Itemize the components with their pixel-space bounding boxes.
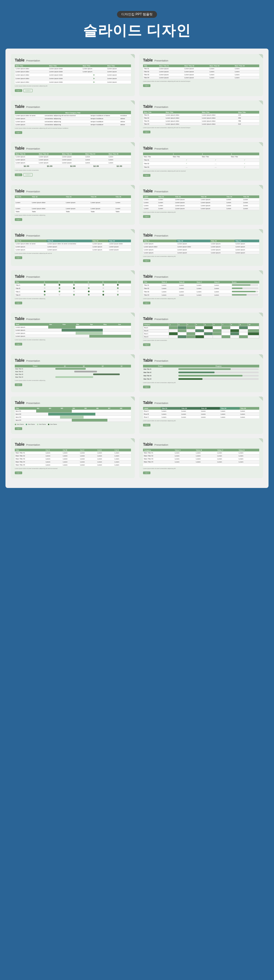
mock-table-7b: Category 123 456 789 10 Row A bbox=[143, 323, 259, 338]
slide-title-1a: Table Presentation bbox=[15, 58, 131, 62]
gantt-header-8a: Project Q1 Q2 Q3 Q4 Main Title #1 bbox=[15, 365, 131, 379]
btn-more-4b[interactable]: 더보기 bbox=[143, 215, 150, 218]
footer-text-5b: Lorem ipsum dolor sit amet consectetur a… bbox=[143, 256, 259, 257]
btn-more-8a[interactable]: 더보기 bbox=[15, 383, 22, 386]
slide-row-9: Table Presentation Title M1M2 M3M4 M5M6 … bbox=[11, 396, 263, 434]
btn-more-3b[interactable]: 더보기 bbox=[143, 174, 150, 177]
btn-more-7a[interactable]: 더보기 bbox=[15, 343, 22, 345]
slide-card-10a: Table Presentation Title Col A Col B Col… bbox=[11, 438, 135, 478]
slide-row-7: Table Presentation Task Jan Feb Mar Apr … bbox=[11, 313, 263, 350]
mock-table-4b: Label Title 01 Title 02 Title 03 Title 0… bbox=[143, 196, 259, 210]
btn-more-10b[interactable]: 더보기 bbox=[143, 471, 150, 474]
slide-footer-7b: 더보기 bbox=[143, 343, 259, 346]
slide-title-8b: Table Presentation bbox=[143, 358, 259, 363]
mock-table-1b: Title Main Title 01 Main Title 02 Main T… bbox=[143, 65, 259, 79]
btn-dl-1a[interactable]: 다운로드 bbox=[23, 89, 33, 92]
slide-card-6b: Table Presentation Title Data A Data B D… bbox=[139, 270, 263, 308]
slide-footer-4a: 더보기 bbox=[15, 218, 131, 221]
mock-table-2a: Main Category Title Lorem ipsum dolor si… bbox=[15, 111, 131, 126]
slide-title-4a: Table Presentation bbox=[15, 189, 131, 193]
slide-card-10b: Table Presentation Category Value A Valu… bbox=[139, 438, 263, 478]
mock-table-2b: Main Title Main Title Main Title Main Ti… bbox=[143, 111, 259, 126]
btn-more-5b[interactable]: 더보기 bbox=[143, 259, 150, 262]
footer-text-1b: Lorem ipsum dolor sit amet consectetur a… bbox=[143, 80, 259, 82]
slide-card-2b: Table Presentation Main Title Main Title… bbox=[139, 100, 263, 138]
mock-table-3b: ● ● ● Main TitleMain TitleMain TitleMain… bbox=[143, 153, 259, 169]
mock-table-10b: Category Value A Value B Value C Value D… bbox=[143, 449, 259, 466]
slide-footer-3a: 더보기 다운로드 bbox=[15, 173, 131, 177]
footer-text-9b: Lorem ipsum dolor sit amet consectetur a… bbox=[143, 420, 259, 422]
mock-table-9b: Label Title 01 Title 02 Title 03 Title 0… bbox=[143, 407, 259, 419]
mock-table-4a: Title 01 Title 02 Title 03 Title 04 Titl… bbox=[15, 196, 131, 213]
btn-more-3a[interactable]: 더보기 bbox=[15, 173, 22, 176]
slide-footer-8b: 더보기 bbox=[143, 386, 259, 388]
slide-card-4a: Table Presentation Title 01 Title 02 Tit… bbox=[11, 185, 135, 225]
mock-table-7a: Task Jan Feb Mar Apr May Jun Lorem ipsum bbox=[15, 323, 131, 338]
slide-card-9b: Table Presentation Label Title 01 Title … bbox=[139, 396, 263, 434]
footer-text-4a: Lorem ipsum dolor sit amet consectetur a… bbox=[15, 214, 131, 216]
btn-more-2a[interactable]: 더보기 bbox=[15, 131, 22, 134]
slide-card-1a: Table Presentation Main Title Main Title… bbox=[11, 54, 135, 96]
page-header: 디자인킵 PPT 템플릿 슬라이드 디자인 bbox=[0, 0, 274, 49]
footer-text-6b: Lorem ipsum dolor sit amet consectetur a… bbox=[143, 298, 259, 299]
slide-title-7b: Table Presentation bbox=[143, 317, 259, 321]
slide-row-10: Table Presentation Title Col A Col B Col… bbox=[11, 438, 263, 478]
slide-title-2a: Table Presentation bbox=[15, 104, 131, 109]
btn-more-2b[interactable]: 더보기 bbox=[143, 130, 150, 134]
footer-text-8a: Lorem ipsum dolor sit amet consectetur a… bbox=[15, 380, 131, 381]
btn-more-7b[interactable]: 더보기 bbox=[143, 343, 150, 346]
slide-card-2a: Table Presentation Main Category Title L… bbox=[11, 100, 135, 138]
slide-title-8a: Table Presentation bbox=[15, 358, 131, 363]
btn-more-6b[interactable]: 더보기 bbox=[143, 302, 150, 304]
btn-more-5a[interactable]: 더보기 bbox=[15, 256, 22, 259]
footer-text-6a: Lorem ipsum dolor sit amet consectetur a… bbox=[15, 298, 131, 299]
btn-more-6a[interactable]: 더보기 bbox=[15, 302, 22, 304]
footer-text-7a: Lorem ipsum dolor sit amet consectetur a… bbox=[15, 339, 131, 340]
btn-more-4a[interactable]: 더보기 bbox=[15, 218, 22, 221]
slide-title-3a: Table Presentation bbox=[15, 146, 131, 150]
slide-footer-9b: 더보기 bbox=[143, 424, 259, 426]
slide-title-5a: Table Presentation bbox=[15, 233, 131, 237]
btn-more-1a[interactable]: 더보기 bbox=[15, 89, 22, 92]
slide-title-4b: Table Presentation bbox=[143, 189, 259, 193]
slide-title-5b: Table Presentation bbox=[143, 233, 259, 237]
slide-title-9b: Table Presentation bbox=[143, 400, 259, 405]
slide-title-10a: Table Presentation bbox=[15, 442, 131, 447]
slide-footer-10a: 더보기 bbox=[15, 471, 131, 474]
slide-footer-8a: 더보기 bbox=[15, 383, 131, 386]
btn-more-8b[interactable]: 더보기 bbox=[143, 386, 150, 388]
slide-card-3a: Table Presentation Main Title 01 Main Ti… bbox=[11, 142, 135, 181]
slide-card-4b: Table Presentation Label Title 01 Title … bbox=[139, 185, 263, 225]
btn-more-1b[interactable]: 더보기 bbox=[143, 84, 150, 87]
mock-table-5a: Title #1 Title #2 Title #3 Title #4 Lore… bbox=[15, 240, 131, 251]
header-badge: 디자인킵 PPT 템플릿 bbox=[117, 11, 157, 18]
slide-title-10b: Table Presentation bbox=[143, 442, 259, 447]
btn-more-10a[interactable]: 더보기 bbox=[15, 471, 22, 474]
mock-table-1a: Main Title Main Title Main Title Main Ti… bbox=[15, 65, 131, 84]
slide-footer-6b: 더보기 bbox=[143, 302, 259, 304]
slide-footer-5b: 더보기 bbox=[143, 259, 259, 262]
slide-title-1b: Table Presentation bbox=[143, 58, 259, 62]
footer-text-1a: Lorem ipsum dolor sit amet consectetur a… bbox=[15, 85, 131, 87]
slide-card-6a: Table Presentation Title A B C D E F bbox=[11, 270, 135, 308]
header-title: 슬라이드 디자인 bbox=[5, 21, 269, 40]
mock-table-6a: Title A B C D E F Title A bbox=[15, 281, 131, 297]
slide-footer-2b: 더보기 bbox=[143, 130, 259, 134]
slide-footer-1a: 더보기 다운로드 bbox=[15, 89, 131, 92]
btn-more-9a[interactable]: 더보기 bbox=[15, 427, 22, 430]
slide-card-9a: Table Presentation Title M1M2 M3M4 M5M6 … bbox=[11, 396, 135, 434]
btn-more-9b[interactable]: 더보기 bbox=[143, 424, 150, 426]
slide-row-6: Table Presentation Title A B C D E F bbox=[11, 270, 263, 308]
footer-text-10a: Lorem ipsum dolor sit amet consectetur a… bbox=[15, 468, 131, 469]
slide-title-9a: Table Presentation bbox=[15, 400, 131, 405]
slide-card-3b: Table Presentation ● ● ● Main TitleMain … bbox=[139, 142, 263, 181]
btn-dl-3a[interactable]: 다운로드 bbox=[23, 173, 33, 177]
slide-card-7a: Table Presentation Task Jan Feb Mar Apr … bbox=[11, 313, 135, 350]
slide-title-2b: Table Presentation bbox=[143, 104, 259, 109]
mock-table-9a: Title M1M2 M3M4 M5M6 M7M8 Item 01 Item 0 bbox=[15, 407, 131, 422]
slide-footer-1b: 더보기 bbox=[143, 84, 259, 87]
footer-text-2b: Lorem ipsum dolor sit amet consectetur a… bbox=[143, 127, 259, 129]
slide-row-2: Table Presentation Main Category Title L… bbox=[11, 100, 263, 138]
footer-text-10b: Lorem ipsum dolor sit amet consectetur a… bbox=[143, 468, 259, 469]
slide-footer-4b: 더보기 bbox=[143, 215, 259, 218]
